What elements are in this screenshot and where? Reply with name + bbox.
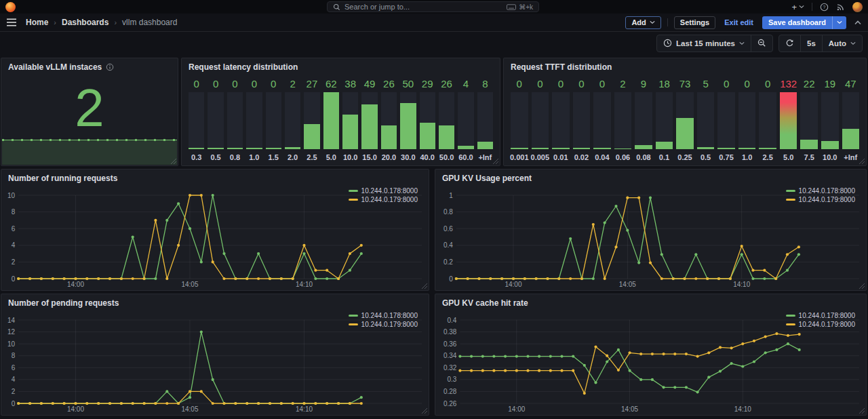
bar-value: 22	[800, 77, 818, 91]
keyboard-icon	[507, 4, 516, 10]
search-input[interactable]: Search or jump to... ⌘+k	[327, 1, 539, 12]
svg-text:14:00: 14:00	[505, 281, 521, 288]
help-icon[interactable]: ?	[820, 3, 829, 12]
bar-category-label: 2.0	[285, 149, 300, 161]
bar-value: 0	[552, 77, 570, 91]
bar-value: 0	[227, 77, 243, 91]
bar-category-label: 0.005	[532, 149, 549, 161]
legend-item[interactable]: 10.244.0.178:8000	[786, 312, 855, 319]
legend-item[interactable]: 10.244.0.179:8000	[349, 196, 418, 203]
bar-1.0: 01.0	[738, 77, 756, 161]
series-name: 10.244.0.179:8000	[361, 321, 418, 328]
breadcrumb-dashboards[interactable]: Dashboards	[62, 18, 108, 27]
svg-text:14:00: 14:00	[508, 405, 525, 413]
svg-text:6: 6	[12, 364, 16, 372]
bar-fill	[821, 141, 839, 149]
panel-title[interactable]: Available vLLM instaces	[8, 62, 102, 72]
panel-title[interactable]: GPU KV cache hit rate	[442, 298, 528, 308]
panel-title[interactable]: Number of running requests	[8, 174, 117, 183]
new-menu-button[interactable]: +	[791, 3, 804, 12]
bar-0.005: 00.005	[532, 77, 549, 161]
ttft-bargauge: 00.00100.00500.0100.0200.0420.0690.08180…	[511, 77, 859, 161]
svg-text:10: 10	[7, 192, 16, 199]
bar-value: 2	[285, 77, 300, 91]
menu-icon[interactable]	[7, 18, 16, 26]
top-nav-bar: Search or jump to... ⌘+k + ?	[0, 0, 868, 14]
legend-item[interactable]: 10.244.0.179:8000	[786, 321, 855, 328]
latency-bargauge: 00.300.500.801.001.522.0272.5625.03810.0…	[189, 77, 493, 161]
keyboard-shortcut-hint: ⌘+k	[507, 3, 533, 11]
bar-category-label: +Inf	[477, 149, 493, 161]
bar-category-label: 40.0	[420, 149, 435, 161]
series-name: 10.244.0.179:8000	[799, 321, 855, 328]
svg-text:0.38: 0.38	[443, 328, 457, 336]
svg-text:14:05: 14:05	[621, 405, 638, 413]
panel-title[interactable]: Request TTFT distribution	[511, 62, 612, 72]
svg-text:0.26: 0.26	[443, 400, 457, 407]
save-dashboard-button[interactable]: Save dashboard	[762, 16, 846, 29]
bar-fill	[381, 125, 397, 149]
shortcut-text: ⌘+k	[519, 3, 533, 11]
bar-track	[266, 92, 281, 149]
legend-item[interactable]: 10.244.0.178:8000	[349, 187, 418, 195]
save-dashboard-menu-toggle[interactable]	[832, 16, 846, 29]
refresh-button[interactable]	[779, 35, 800, 52]
bar-fill	[246, 148, 262, 149]
legend-item[interactable]: 10.244.0.179:8000	[349, 321, 418, 328]
bar-7.5: 227.5	[800, 77, 818, 161]
bar-value: 0	[593, 77, 611, 91]
svg-text:6: 6	[12, 225, 16, 233]
bar-15.0: 4915.0	[361, 77, 377, 161]
bar-track	[738, 92, 756, 149]
user-avatar[interactable]	[852, 2, 863, 12]
collapse-chevron-up-icon[interactable]	[854, 20, 861, 25]
bar-track	[759, 92, 776, 149]
bar-fill	[227, 148, 243, 149]
add-button[interactable]: Add	[625, 16, 660, 29]
series-color-swatch	[786, 315, 795, 317]
time-range-picker[interactable]: Last 15 minutes	[657, 35, 751, 52]
svg-text:14:00: 14:00	[67, 405, 84, 413]
zoom-out-button[interactable]	[751, 35, 772, 52]
news-icon[interactable]	[836, 3, 845, 12]
bar-track	[676, 92, 694, 149]
bar-value: 0	[759, 77, 776, 91]
exit-edit-button[interactable]: Exit edit	[722, 16, 756, 29]
panel-title[interactable]: Number of pending requests	[8, 298, 119, 308]
panel-title[interactable]: Request latency distribution	[189, 62, 298, 72]
bar-0.1: 180.1	[656, 77, 673, 161]
grafana-logo[interactable]	[5, 2, 16, 12]
panel-available-instances: Available vLLM instaces 2	[1, 58, 178, 166]
top-right-actions: + ?	[791, 2, 863, 12]
bar-category-label: 5.0	[780, 149, 797, 161]
svg-text:0: 0	[12, 275, 16, 283]
refresh-mode-picker[interactable]: Auto	[822, 35, 862, 52]
bar-fill	[342, 115, 358, 149]
bar-category-label: +Inf	[842, 149, 860, 161]
svg-text:14:05: 14:05	[181, 281, 198, 288]
bar-fill	[780, 92, 797, 149]
legend: 10.244.0.178:8000 10.244.0.179:8000	[349, 187, 418, 203]
panel-header: Number of pending requests	[1, 294, 429, 312]
legend-item[interactable]: 10.244.0.178:8000	[786, 187, 855, 195]
bar-category-label: 1.0	[738, 149, 756, 161]
legend-item[interactable]: 10.244.0.179:8000	[786, 196, 855, 203]
bar-fill	[304, 124, 319, 149]
bar-1.0: 01.0	[246, 77, 262, 161]
chevron-down-icon	[739, 41, 745, 45]
bar-40.0: 2940.0	[420, 77, 435, 161]
settings-button[interactable]: Settings	[674, 16, 715, 29]
bar-value: 49	[361, 77, 377, 91]
info-icon[interactable]	[106, 63, 114, 71]
series-name: 10.244.0.179:8000	[361, 196, 418, 203]
legend-item[interactable]: 10.244.0.178:8000	[349, 312, 418, 319]
bar-fill	[189, 148, 204, 149]
panel-header: GPU KV cache hit rate	[435, 294, 866, 312]
bar-fill	[361, 104, 377, 149]
breadcrumb-home[interactable]: Home	[26, 18, 48, 27]
bar-value: 19	[821, 77, 839, 91]
series-color-swatch	[786, 323, 795, 325]
svg-text:14:05: 14:05	[181, 405, 198, 413]
panel-title[interactable]: GPU KV Usage percent	[442, 174, 532, 183]
refresh-interval-label[interactable]: 5s	[800, 35, 822, 52]
